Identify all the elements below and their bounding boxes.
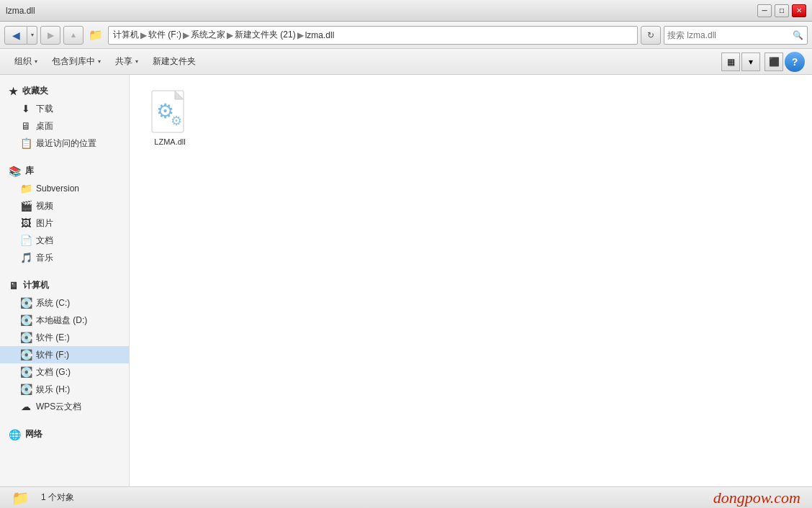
file-item-lzma[interactable]: ⚙ ⚙ LZMA.dll (141, 86, 199, 151)
window-controls: ─ □ ✕ (757, 4, 806, 17)
sidebar-item-system-c[interactable]: 💽 系统 (C:) (0, 294, 129, 312)
sidebar-divider-3 (0, 415, 129, 424)
favorites-label: 收藏夹 (22, 85, 48, 97)
drive-g-icon: 💽 (20, 366, 32, 378)
network-section-header: 🌐 网络 (0, 424, 129, 443)
library-icon: 📚 (9, 165, 21, 177)
drive-e-icon: 💽 (20, 332, 32, 343)
library-label: 库 (25, 165, 34, 177)
entertainment-h-label: 娱乐 (H:) (36, 384, 70, 396)
file-icon-wrapper: ⚙ ⚙ (148, 91, 191, 134)
status-bar: 📁 1 个对象 dongpow.com (0, 486, 812, 508)
wps-cloud-label: WPS云文档 (36, 401, 81, 413)
desktop-label: 桌面 (36, 120, 53, 132)
drive-f-icon: 💽 (20, 349, 32, 360)
favorites-icon: ★ (9, 86, 18, 97)
recent-icon: 📋 (20, 137, 32, 149)
sidebar-divider-2 (0, 266, 129, 275)
title-bar: lzma.dll ─ □ ✕ (0, 0, 812, 22)
forward-button[interactable]: ▶ (40, 26, 60, 45)
path-lzma[interactable]: lzma.dll (305, 30, 335, 40)
up-button[interactable]: ▲ (63, 26, 84, 45)
recent-label: 最近访问的位置 (36, 137, 96, 150)
path-xitongzhijia[interactable]: 系统之家 (191, 29, 225, 41)
view-dropdown-button[interactable]: ▾ (741, 53, 760, 71)
close-button[interactable]: ✕ (792, 4, 806, 17)
help-button[interactable]: ? (785, 52, 805, 72)
sidebar-item-music[interactable]: 🎵 音乐 (0, 249, 129, 266)
computer-label: 计算机 (23, 279, 49, 291)
drive-h-icon: 💽 (20, 384, 32, 395)
nav-buttons: ◀ ▾ (4, 26, 37, 45)
include-library-label: 包含到库中 (52, 55, 95, 68)
minimize-button[interactable]: ─ (757, 4, 772, 17)
new-folder-label: 新建文件夹 (153, 55, 196, 68)
share-label: 共享 (115, 55, 132, 68)
images-label: 图片 (36, 217, 53, 230)
sidebar-item-recent[interactable]: 📋 最近访问的位置 (0, 135, 129, 152)
organize-arrow: ▾ (35, 58, 37, 65)
wps-cloud-icon: ☁ (20, 401, 32, 412)
details-pane-button[interactable]: ⬛ (764, 53, 783, 71)
music-label: 音乐 (36, 252, 53, 264)
network-icon: 🌐 (9, 429, 21, 440)
sidebar-item-documents[interactable]: 📄 文档 (0, 232, 129, 249)
library-section-header: 📚 库 (0, 160, 129, 180)
download-label: 下载 (36, 103, 53, 115)
sidebar: ★ 收藏夹 ⬇ 下载 🖥 桌面 📋 最近访问的位置 📚 库 📁 Subversi… (0, 75, 130, 486)
computer-icon: 🖥 (9, 280, 19, 291)
software-f-label: 软件 (F:) (36, 349, 69, 361)
sidebar-item-document-g[interactable]: 💽 文档 (G:) (0, 363, 129, 381)
path-software-f[interactable]: 软件 (F:) (148, 29, 181, 41)
status-count: 1 个对象 (41, 491, 74, 504)
content-area: ⚙ ⚙ LZMA.dll (130, 75, 812, 486)
sidebar-item-desktop[interactable]: 🖥 桌面 (0, 117, 129, 135)
view-buttons: ▦ ▾ ⬛ ? (721, 52, 805, 72)
maximize-button[interactable]: □ (775, 4, 789, 17)
path-computer[interactable]: 计算机 (113, 29, 139, 41)
drive-d-icon: 💽 (20, 314, 32, 326)
sidebar-item-software-f[interactable]: 💽 软件 (F:) (0, 346, 129, 363)
dll-file-icon: ⚙ ⚙ (150, 89, 189, 135)
download-icon: ⬇ (20, 103, 32, 114)
file-label-lzma: LZMA.dll (154, 137, 185, 147)
organize-button[interactable]: 组织 ▾ (7, 51, 45, 73)
search-icon[interactable]: 🔍 (791, 29, 804, 42)
view-change-button[interactable]: ▦ (721, 53, 740, 71)
new-folder-button[interactable]: 新建文件夹 (145, 51, 203, 73)
network-label: 网络 (25, 428, 42, 440)
sidebar-item-entertainment-h[interactable]: 💽 娱乐 (H:) (0, 381, 129, 398)
svg-text:⚙: ⚙ (171, 114, 182, 128)
back-button[interactable]: ◀ (4, 26, 27, 45)
computer-section-header: 🖥 计算机 (0, 275, 129, 294)
status-folder-icon: 📁 (12, 489, 30, 507)
software-e-label: 软件 (E:) (36, 332, 70, 344)
share-arrow: ▾ (135, 58, 138, 65)
music-icon: 🎵 (20, 252, 32, 263)
sidebar-item-video[interactable]: 🎬 视频 (0, 197, 129, 214)
subversion-label: Subversion (36, 183, 79, 194)
sidebar-item-download[interactable]: ⬇ 下载 (0, 100, 129, 117)
search-input[interactable] (667, 30, 788, 40)
documents-icon: 📄 (20, 235, 32, 246)
system-c-label: 系统 (C:) (36, 297, 70, 309)
images-icon: 🖼 (20, 217, 32, 229)
organize-label: 组织 (14, 55, 32, 68)
help-icon: ? (792, 56, 798, 68)
include-library-button[interactable]: 包含到库中 ▾ (45, 51, 108, 73)
refresh-button[interactable]: ↻ (641, 26, 661, 45)
folder-icon: 📁 (86, 26, 105, 45)
address-path-bar[interactable]: 计算机 ▶ 软件 (F:) ▶ 系统之家 ▶ 新建文件夹 (21) ▶ lzma… (108, 26, 638, 45)
toolbar: 组织 ▾ 包含到库中 ▾ 共享 ▾ 新建文件夹 ▦ ▾ ⬛ ? (0, 49, 812, 75)
sidebar-divider-1 (0, 152, 129, 160)
desktop-icon: 🖥 (20, 120, 32, 132)
sidebar-item-subversion[interactable]: 📁 Subversion (0, 180, 129, 197)
back-dropdown-button[interactable]: ▾ (27, 26, 37, 45)
search-box[interactable]: 🔍 (664, 26, 808, 45)
sidebar-item-software-e[interactable]: 💽 软件 (E:) (0, 329, 129, 346)
sidebar-item-local-d[interactable]: 💽 本地磁盘 (D:) (0, 312, 129, 329)
sidebar-item-images[interactable]: 🖼 图片 (0, 214, 129, 232)
sidebar-item-wps-cloud[interactable]: ☁ WPS云文档 (0, 398, 129, 415)
share-button[interactable]: 共享 ▾ (108, 51, 145, 73)
path-new-folder[interactable]: 新建文件夹 (21) (235, 29, 296, 41)
